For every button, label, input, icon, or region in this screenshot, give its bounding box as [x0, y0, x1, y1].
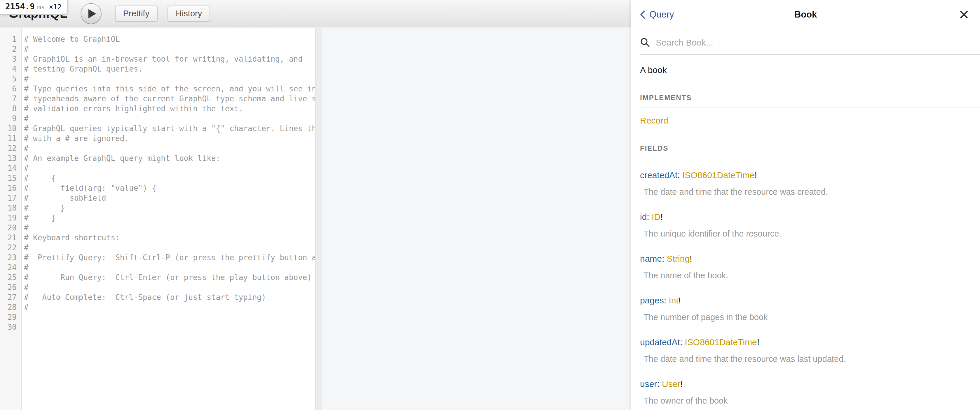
line-number: 10 — [0, 123, 21, 134]
editor-gutter: 1234567891011121314151617181920212223242… — [0, 28, 22, 410]
workspace: 1234567891011121314151617181920212223242… — [0, 28, 631, 410]
field-bang: ! — [660, 212, 663, 222]
editor-lines[interactable]: # Welcome to GraphiQL## GraphiQL is an i… — [22, 28, 315, 410]
field-colon: : — [647, 212, 652, 222]
field-name-link[interactable]: pages — [640, 295, 664, 305]
line-number: 9 — [0, 113, 21, 123]
field-signature: id: ID! — [640, 212, 971, 222]
field-bang: ! — [757, 337, 759, 347]
implements-section-title: IMPLEMENTS — [640, 94, 980, 107]
field-signature: pages: Int! — [640, 295, 971, 305]
search-icon — [640, 37, 651, 48]
perf-value: 2154.9 — [5, 2, 35, 11]
field-description: The date and time that the resource was … — [644, 354, 971, 364]
prettify-button[interactable]: Prettify — [115, 6, 158, 22]
line-number: 16 — [0, 183, 21, 193]
field-type-link[interactable]: User — [662, 379, 680, 389]
field-colon: : — [657, 379, 662, 389]
history-button[interactable]: History — [167, 6, 210, 22]
pane-divider[interactable] — [315, 28, 322, 410]
code-line: # Welcome to GraphiQL — [24, 34, 315, 44]
code-line: # Auto Complete: Ctrl-Space (or just sta… — [24, 292, 315, 302]
line-number: 28 — [0, 302, 21, 312]
code-line: # { — [24, 173, 315, 183]
query-editor[interactable]: 1234567891011121314151617181920212223242… — [0, 28, 315, 410]
field-bang: ! — [680, 379, 682, 389]
line-number: 26 — [0, 282, 21, 292]
field-description: The name of the book. — [644, 271, 971, 280]
graphiql-app: GraphiQL Prettify History 12345678910111… — [0, 0, 980, 410]
field-name-link[interactable]: id — [640, 212, 647, 222]
doc-search-input[interactable] — [656, 38, 980, 48]
line-number: 12 — [0, 144, 21, 153]
code-line: # typeaheads aware of the current GraphQ… — [24, 94, 315, 104]
field-description: The unique identifier of the resource. — [644, 229, 971, 239]
field-name-link[interactable]: name — [640, 254, 662, 263]
field-row: name: String!The name of the book. — [640, 254, 971, 280]
field-row: pages: Int!The number of pages in the bo… — [640, 295, 971, 322]
chevron-left-icon — [640, 10, 646, 19]
field-type-link[interactable]: Int — [668, 295, 678, 305]
line-number: 19 — [0, 213, 21, 223]
field-name-link[interactable]: updatedAt — [640, 337, 680, 347]
line-number: 7 — [0, 94, 21, 104]
code-line: # testing GraphQL queries. — [24, 64, 315, 74]
execute-query-button[interactable] — [81, 3, 102, 24]
line-number: 1 — [0, 34, 21, 44]
code-line: # — [24, 144, 315, 153]
line-number: 17 — [0, 193, 21, 203]
field-type-link[interactable]: ISO8601DateTime — [682, 170, 754, 180]
query-region: GraphiQL Prettify History 12345678910111… — [0, 0, 631, 410]
doc-close-button[interactable] — [959, 10, 969, 19]
field-signature: updatedAt: ISO8601DateTime! — [640, 337, 971, 347]
field-bang: ! — [690, 254, 692, 263]
code-line: # Prettify Query: Shift-Ctrl-P (or press… — [24, 253, 315, 263]
implements-type-link[interactable]: Record — [640, 116, 668, 126]
field-name-link[interactable]: user — [640, 379, 657, 389]
close-icon — [959, 10, 969, 19]
doc-back-button[interactable]: Query — [640, 10, 674, 20]
line-number: 20 — [0, 223, 21, 233]
code-line: # subField — [24, 193, 315, 203]
field-bang: ! — [754, 170, 757, 180]
line-number: 25 — [0, 273, 21, 282]
fields-list: createdAt: ISO8601DateTime!The date and … — [640, 170, 971, 405]
perf-count: ×12 — [49, 3, 62, 11]
doc-search-row — [640, 29, 980, 54]
code-line: # Run Query: Ctrl-Enter (or press the pl… — [24, 273, 315, 282]
line-number: 4 — [0, 64, 21, 74]
line-number: 27 — [0, 292, 21, 302]
field-description: The date and time that the resource was … — [644, 187, 971, 197]
field-type-link[interactable]: ISO8601DateTime — [685, 337, 757, 347]
implements-list: Record — [631, 116, 980, 126]
field-description: The number of pages in the book — [644, 313, 971, 322]
line-number: 23 — [0, 253, 21, 263]
code-line: # Keyboard shortcuts: — [24, 233, 315, 242]
toolbar: GraphiQL Prettify History — [0, 0, 631, 27]
perf-unit: ms — [37, 3, 45, 11]
doc-explorer-panel: Query Book A book IMPLEMENTS Record FIEL… — [631, 0, 980, 410]
code-line — [24, 312, 315, 322]
field-type-link[interactable]: ID — [652, 212, 660, 222]
line-number: 5 — [0, 74, 21, 84]
field-description: The owner of the book — [644, 396, 971, 405]
doc-explorer-header: Query Book — [631, 0, 980, 29]
field-signature: createdAt: ISO8601DateTime! — [640, 170, 971, 180]
line-number: 22 — [0, 242, 21, 253]
field-name-link[interactable]: createdAt — [640, 170, 677, 180]
line-number: 3 — [0, 54, 21, 64]
field-row: createdAt: ISO8601DateTime!The date and … — [640, 170, 971, 197]
code-line: # — [24, 163, 315, 173]
code-line: # } — [24, 203, 315, 213]
field-signature: name: String! — [640, 254, 971, 264]
code-line: # — [24, 302, 315, 312]
result-pane — [322, 28, 631, 410]
field-type-link[interactable]: String — [667, 254, 690, 263]
code-line — [24, 322, 315, 332]
code-line: # GraphiQL is an in-browser tool for wri… — [24, 54, 315, 64]
code-line: # — [24, 113, 315, 123]
code-line: # — [24, 74, 315, 84]
code-line: # field(arg: "value") { — [24, 183, 315, 193]
field-colon: : — [662, 254, 667, 263]
line-number: 21 — [0, 233, 21, 242]
